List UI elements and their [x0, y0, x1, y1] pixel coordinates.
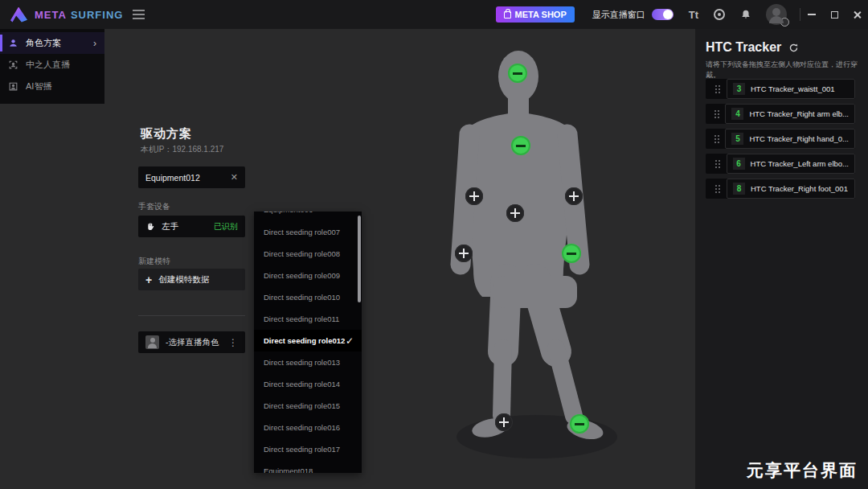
- app-title: METASURFING: [35, 9, 123, 21]
- tracker-number-badge: 8: [733, 183, 745, 195]
- clear-icon[interactable]: ✕: [231, 172, 238, 183]
- check-icon: ✓: [346, 335, 354, 347]
- dropdown-item-partial-top[interactable]: Equipment006: [254, 212, 362, 221]
- dropdown-item[interactable]: Direct seeding role007: [254, 221, 362, 243]
- sidebar-item-ai-broadcast[interactable]: AI智播: [0, 76, 104, 97]
- kebab-menu-icon[interactable]: ⋮: [228, 337, 238, 348]
- tracker-item[interactable]: 3HTC Tracker_waistt_001: [706, 79, 855, 99]
- sidebar-item-avatar-live[interactable]: 中之人直播: [0, 54, 104, 76]
- tracker-item[interactable]: 4HTC Tracker_Right arm elb...: [706, 104, 855, 124]
- tracker-item-label: HTC Tracker_Left arm elbo...: [751, 159, 849, 168]
- driver-scheme-title: 驱动方案: [141, 126, 192, 142]
- person-icon: [8, 38, 18, 48]
- sidebar-item-role-scheme[interactable]: 角色方案 ›: [0, 32, 104, 54]
- meta-shop-label: META SHOP: [515, 10, 567, 19]
- dropdown-item[interactable]: Direct seeding role009: [254, 265, 362, 286]
- glove-hand-icon: [145, 222, 155, 232]
- dropdown-item[interactable]: Direct seeding role014: [254, 373, 362, 395]
- tracker-item-label: HTC Tracker_Right arm elb...: [749, 109, 849, 118]
- tracker-item-label: HTC Tracker_waistt_001: [751, 84, 835, 93]
- equipment-select-field[interactable]: Equipment012 ✕: [138, 166, 245, 188]
- new-model-section-label: 新建模特: [138, 256, 170, 267]
- avatar-badge-icon: [780, 18, 789, 27]
- tracker-number-badge: 5: [731, 133, 743, 145]
- marker-chest[interactable]: [511, 136, 530, 155]
- select-live-role-field[interactable]: -选择直播角色 ⋮: [138, 331, 245, 353]
- text-tool-icon[interactable]: Tt: [689, 9, 698, 21]
- dropdown-item[interactable]: Direct seeding role013: [254, 351, 362, 373]
- minimize-button[interactable]: [800, 0, 823, 29]
- dropdown-item[interactable]: Direct seeding role011: [254, 308, 362, 330]
- record-icon[interactable]: [714, 9, 725, 20]
- sidebar-item-label: AI智播: [26, 80, 51, 92]
- dropdown-item[interactable]: Direct seeding role016: [254, 417, 362, 438]
- meta-shop-button[interactable]: META SHOP: [496, 6, 575, 23]
- marker-right-hand[interactable]: [455, 244, 473, 262]
- app-window: METASURFING META SHOP 显示直播窗口 Tt 角色方案 ›: [0, 0, 868, 489]
- titlebar: METASURFING META SHOP 显示直播窗口 Tt: [0, 0, 868, 29]
- htc-tracker-panel: HTC Tracker 请将下列设备拖拽至左侧人物对应位置，进行穿戴。 3HTC…: [695, 29, 868, 489]
- create-model-button[interactable]: + 创建模特数据: [138, 269, 245, 290]
- tracker-item[interactable]: 8HTC Tracker_Right foot_001: [706, 179, 855, 199]
- role-avatar-icon: [145, 335, 159, 349]
- refresh-icon[interactable]: [788, 43, 799, 53]
- plus-icon: +: [145, 274, 152, 286]
- equipment-value: Equipment012: [145, 173, 224, 183]
- app-logo-icon: [10, 7, 27, 23]
- glove-hand-label: 左手: [162, 221, 207, 232]
- hamburger-menu-icon[interactable]: [133, 7, 145, 22]
- marker-waist[interactable]: [506, 204, 524, 222]
- dropdown-item-partial-bottom[interactable]: Equipment018: [254, 460, 362, 473]
- user-avatar[interactable]: [766, 4, 787, 25]
- dropdown-item[interactable]: Direct seeding role017: [254, 438, 362, 460]
- sidebar: 角色方案 › 中之人直播 AI智播: [0, 29, 104, 104]
- brand-surfing: SURFING: [71, 9, 124, 21]
- person-frame-icon: [8, 60, 18, 70]
- shop-bag-icon: [504, 11, 511, 18]
- person-square-icon: [8, 81, 18, 92]
- tracker-number-badge: 6: [733, 158, 745, 170]
- dropdown-item[interactable]: Direct seeding role010: [254, 286, 362, 308]
- marker-right-elbow[interactable]: [465, 187, 483, 205]
- marker-left-elbow[interactable]: [565, 187, 583, 205]
- tracker-item[interactable]: 5HTC Tracker_Right hand_0...: [706, 129, 855, 149]
- maximize-button[interactable]: [823, 0, 845, 29]
- show-live-window-toggle[interactable]: [652, 9, 674, 20]
- sidebar-item-label: 中之人直播: [26, 59, 70, 71]
- glove-status-badge: 已识别: [214, 221, 238, 232]
- create-model-label: 创建模特数据: [158, 274, 209, 286]
- tracker-number-badge: 4: [731, 108, 743, 120]
- brand-meta: META: [35, 9, 67, 21]
- sidebar-item-label: 角色方案: [26, 37, 61, 49]
- glove-section-label: 手套设备: [138, 201, 170, 212]
- glove-device-row[interactable]: 左手 已识别: [138, 216, 245, 237]
- marker-left-hand[interactable]: [562, 244, 581, 263]
- show-live-window-label: 显示直播窗口: [592, 9, 645, 21]
- tracker-item[interactable]: 6HTC Tracker_Left arm elbo...: [706, 154, 855, 174]
- chevron-right-icon: ›: [93, 38, 96, 49]
- section-divider: [138, 315, 245, 316]
- tracker-panel-title: HTC Tracker: [706, 40, 781, 55]
- dropdown-item[interactable]: Direct seeding role008: [254, 243, 362, 265]
- marker-left-foot[interactable]: [495, 413, 513, 431]
- local-ip-label: 本机IP：192.168.1.217: [141, 144, 223, 155]
- tracker-item-label: HTC Tracker_Right foot_001: [751, 184, 848, 193]
- dropdown-item[interactable]: Direct seeding role015: [254, 395, 362, 417]
- tracker-number-badge: 3: [733, 83, 745, 95]
- close-button[interactable]: [845, 0, 868, 29]
- dropdown-scrollbar[interactable]: [358, 216, 361, 302]
- tracker-panel-subtitle: 请将下列设备拖拽至左侧人物对应位置，进行穿戴。: [706, 60, 862, 80]
- dropdown-item[interactable]: Direct seeding role012✓: [254, 330, 362, 351]
- notifications-bell-icon[interactable]: [740, 9, 751, 20]
- role-dropdown: Equipment006 Direct seeding role007Direc…: [254, 212, 362, 473]
- tracker-item-label: HTC Tracker_Right hand_0...: [749, 134, 849, 143]
- marker-head[interactable]: [508, 64, 527, 83]
- platform-watermark: 元享平台界面: [747, 459, 858, 482]
- marker-right-foot[interactable]: [570, 414, 589, 434]
- select-role-value: -选择直播角色: [166, 337, 222, 348]
